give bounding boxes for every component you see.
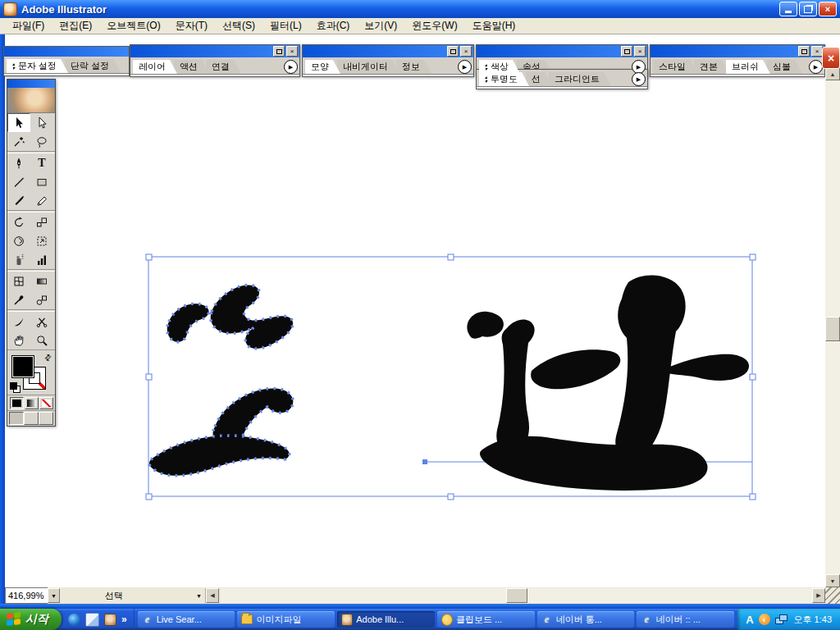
calligraphy-stroke[interactable] xyxy=(211,285,293,349)
fill-swatch[interactable] xyxy=(11,355,34,378)
palette-minimize-button[interactable] xyxy=(621,46,632,57)
tab-symbols[interactable]: 심볼 xyxy=(767,60,802,74)
tab-stroke[interactable]: 선 xyxy=(526,72,552,86)
tray-collapse-chevron[interactable]: ‹ xyxy=(759,614,770,625)
pencil-tool-button[interactable] xyxy=(30,191,53,210)
gradient-button[interactable] xyxy=(25,397,39,409)
palette-close-button[interactable]: × xyxy=(286,46,298,57)
palette-title-bar[interactable]: × xyxy=(130,45,299,57)
zoom-dropdown-button[interactable]: ▼ xyxy=(48,588,60,603)
vertical-scrollbar[interactable]: ▲ ▼ xyxy=(825,67,840,587)
tab-actions[interactable]: 액션 xyxy=(174,60,209,74)
menu-object[interactable]: 오브젝트(O) xyxy=(99,17,167,34)
palette-title-bar[interactable]: × xyxy=(303,45,473,57)
scroll-down-button[interactable]: ▼ xyxy=(825,574,840,587)
menu-edit[interactable]: 편집(E) xyxy=(52,17,99,34)
direct-selection-tool-button[interactable] xyxy=(30,113,53,132)
palette-close-button[interactable]: × xyxy=(811,46,823,57)
tab-brushes[interactable]: 브러쉬 xyxy=(726,60,770,74)
minimize-button[interactable] xyxy=(779,2,797,16)
toolbox-title-bar[interactable] xyxy=(7,80,55,88)
scroll-up-button[interactable]: ▲ xyxy=(825,67,840,80)
menu-type[interactable]: 문자(T) xyxy=(168,17,215,34)
palette-flyout-button[interactable]: ▶ xyxy=(458,60,472,74)
taskbar-button-clipboard[interactable]: 클립보드 ... xyxy=(437,611,535,628)
palette-flyout-button[interactable]: ▶ xyxy=(632,72,646,86)
horizontal-scroll-thumb[interactable] xyxy=(506,588,527,603)
network-status-icon[interactable] xyxy=(775,614,788,624)
menu-window[interactable]: 윈도우(W) xyxy=(404,17,464,34)
menu-view[interactable]: 보기(V) xyxy=(357,17,404,34)
tab-styles[interactable]: 스타일 xyxy=(653,60,697,74)
calligraphy-ban-glyph[interactable] xyxy=(467,276,749,491)
palette-title-bar[interactable]: × xyxy=(477,45,647,57)
tab-layers[interactable]: 레이어 xyxy=(133,60,177,74)
scale-tool-button[interactable] xyxy=(30,212,53,231)
palette-minimize-button[interactable] xyxy=(447,46,459,57)
menu-effect[interactable]: 효과(C) xyxy=(309,17,358,34)
fullscreen-with-menu-button[interactable] xyxy=(24,412,39,425)
document-close-button[interactable]: × xyxy=(822,47,840,69)
menu-select[interactable]: 선택(S) xyxy=(215,17,262,34)
tab-transparency[interactable]: ▴▾ 투명도 xyxy=(479,72,529,86)
type-tool-button[interactable]: T xyxy=(30,153,53,172)
eyedropper-tool-button[interactable] xyxy=(7,290,30,309)
horizontal-scrollbar[interactable]: ▶ xyxy=(221,588,825,603)
document-canvas[interactable] xyxy=(0,34,840,604)
pen-tool-button[interactable] xyxy=(7,153,30,172)
tab-appearance[interactable]: 모양 xyxy=(305,60,340,74)
taskbar-button-naver-1[interactable]: e 네이버 통... xyxy=(537,611,635,628)
taskbar-button-live-search[interactable]: e Live Sear... xyxy=(138,611,235,628)
calligraphy-stroke[interactable] xyxy=(149,436,290,476)
illustrator-quicklaunch-icon[interactable] xyxy=(104,614,116,626)
menu-help[interactable]: 도움말(H) xyxy=(465,17,523,34)
calligraphy-stroke[interactable] xyxy=(167,304,209,342)
palette-flyout-button[interactable]: ▶ xyxy=(284,60,298,74)
rotate-tool-button[interactable] xyxy=(7,212,30,231)
taskbar-button-image-folder[interactable]: 이미지파일 xyxy=(237,611,335,628)
tab-character-settings[interactable]: ▴▾ 문자 설정 xyxy=(7,59,68,73)
paintbrush-tool-button[interactable] xyxy=(7,191,30,210)
mesh-tool-button[interactable] xyxy=(7,272,30,290)
vertical-scroll-thumb[interactable] xyxy=(825,317,840,341)
gradient-tool-button[interactable] xyxy=(30,272,53,290)
none-button[interactable] xyxy=(39,397,53,409)
lasso-tool-button[interactable] xyxy=(30,132,53,151)
graph-tool-button[interactable] xyxy=(30,250,53,269)
magic-wand-tool-button[interactable] xyxy=(7,132,30,151)
menu-file[interactable]: 파일(F) xyxy=(5,17,52,34)
line-anchor[interactable] xyxy=(422,459,427,464)
palette-title-bar[interactable] xyxy=(4,47,129,57)
scroll-right-button[interactable]: ▶ xyxy=(812,588,825,603)
start-button[interactable]: 시작 xyxy=(0,609,62,630)
standard-screen-mode-button[interactable] xyxy=(9,412,24,425)
restore-button[interactable] xyxy=(799,2,817,16)
palette-close-button[interactable]: × xyxy=(460,46,472,57)
zoom-tool-button[interactable] xyxy=(30,331,53,349)
quicklaunch-overflow-chevron[interactable]: » xyxy=(121,614,127,625)
scroll-left-button[interactable]: ◀ xyxy=(206,588,219,603)
outlook-express-icon[interactable] xyxy=(85,613,99,627)
palette-close-button[interactable]: × xyxy=(634,46,646,57)
close-button[interactable]: × xyxy=(819,2,837,16)
status-mode-field[interactable]: 선택 ▼ xyxy=(60,588,206,603)
tab-color[interactable]: ▴▾ 색상 xyxy=(479,60,520,74)
swap-fill-stroke-icon[interactable]: ⇄ xyxy=(42,352,53,363)
hand-tool-button[interactable] xyxy=(7,331,30,349)
tab-navigator[interactable]: 내비게이터 xyxy=(337,60,399,74)
zoom-level-field[interactable]: 416,99% xyxy=(5,587,48,604)
symbol-sprayer-tool-button[interactable] xyxy=(7,250,30,269)
palette-minimize-button[interactable] xyxy=(273,46,285,57)
selection-tool-button[interactable] xyxy=(7,113,30,132)
warp-tool-button[interactable] xyxy=(7,231,30,250)
palette-minimize-button[interactable] xyxy=(798,46,810,57)
ime-language-indicator[interactable]: A xyxy=(746,614,753,626)
internet-globe-icon[interactable] xyxy=(68,614,80,626)
tab-gradient[interactable]: 그라디언트 xyxy=(549,72,611,86)
palette-flyout-button[interactable]: ▶ xyxy=(809,60,823,74)
resize-grip[interactable] xyxy=(825,587,840,604)
calligraphy-left-group[interactable] xyxy=(149,285,293,475)
menu-filter[interactable]: 필터(L) xyxy=(262,17,309,34)
default-fill-stroke-icon[interactable] xyxy=(10,382,20,392)
palette-title-bar[interactable]: × xyxy=(651,45,824,57)
